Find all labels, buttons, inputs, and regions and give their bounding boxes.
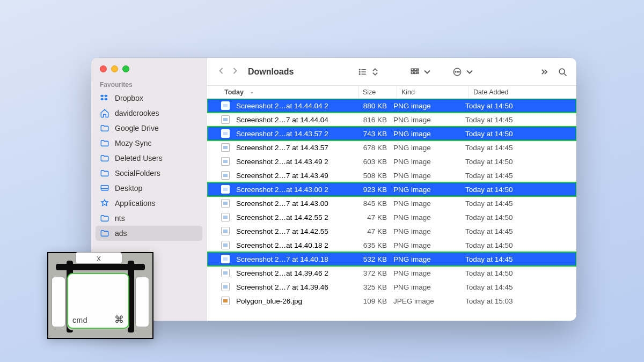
main-pane: Downloads Today⌄ Size [207, 58, 576, 321]
folder-icon [100, 168, 109, 178]
file-kind: PNG image [393, 213, 465, 221]
file-icon [221, 283, 230, 291]
action-menu[interactable] [452, 67, 475, 77]
svg-point-17 [459, 71, 460, 72]
file-kind: PNG image [393, 269, 465, 277]
svg-rect-11 [412, 72, 414, 73]
svg-point-6 [360, 73, 361, 75]
file-name: Screenshot 2…at 14.39.46 2 [236, 269, 328, 277]
sidebar-item-socialfolders[interactable]: SocialFolders [91, 166, 207, 181]
file-kind: PNG image [393, 283, 465, 291]
minimize-button[interactable] [111, 65, 118, 72]
file-icon [221, 213, 230, 221]
file-icon [221, 115, 230, 124]
file-row[interactable]: Screenshot 2…at 14.42.55 247 KBPNG image… [207, 210, 576, 224]
file-name: Polygon_blue-26.jpg [236, 297, 302, 305]
sidebar-item-label: Applications [115, 199, 156, 208]
file-date: Today at 14:45 [465, 116, 551, 124]
file-date: Today at 14:45 [465, 227, 551, 235]
file-icon [221, 297, 230, 305]
sidebar-item-nts[interactable]: nts [91, 211, 207, 226]
column-kind[interactable]: Kind [397, 86, 469, 98]
folder-icon [100, 123, 109, 133]
file-row[interactable]: Screenshot 2…at 14.43.49 2603 KBPNG imag… [207, 154, 576, 168]
column-size[interactable]: Size [358, 86, 397, 98]
file-size: 532 KB [358, 255, 393, 263]
file-icon [221, 143, 230, 152]
view-list-toggle[interactable] [357, 67, 380, 77]
sidebar-item-google-drive[interactable]: Google Drive [91, 121, 207, 136]
back-button[interactable] [216, 65, 226, 78]
close-button[interactable] [100, 65, 107, 72]
column-date-added[interactable]: Date Added [469, 86, 554, 98]
file-kind: PNG image [393, 116, 465, 124]
file-size: 603 KB [358, 158, 393, 166]
file-row[interactable]: Screenshot 2…7 at 14.44.04816 KBPNG imag… [207, 113, 576, 127]
file-name: Screenshot 2…7 at 14.39.46 [236, 283, 328, 291]
file-name: Screenshot 2…7 at 14.43.57 [236, 144, 328, 152]
sidebar-item-label: davidcrookes [115, 109, 159, 117]
column-name[interactable]: Today⌄ [221, 86, 358, 98]
file-row[interactable]: Screenshot 2…7 at 14.40.18532 KBPNG imag… [207, 252, 576, 266]
file-name: Screenshot 2…at 14.43.49 2 [236, 158, 328, 166]
toolbar: Downloads [207, 58, 576, 86]
file-row[interactable]: Screenshot 2…7 at 14.43.49508 KBPNG imag… [207, 168, 576, 182]
svg-point-2 [360, 69, 361, 70]
file-size: 743 KB [358, 130, 393, 138]
file-row[interactable]: Screenshot 2…at 14.43.00 2923 KBPNG imag… [207, 182, 576, 196]
sidebar-item-label: Dropbox [115, 94, 143, 102]
file-name: Screenshot 2…at 14.43.00 2 [236, 186, 328, 194]
file-kind: PNG image [393, 130, 465, 138]
key-above: X [75, 252, 122, 264]
key-right-partial [135, 277, 149, 327]
svg-rect-8 [412, 69, 414, 70]
folder-icon [100, 228, 109, 238]
file-kind: PNG image [393, 241, 465, 249]
sidebar-item-davidcrookes[interactable]: davidcrookes [91, 106, 207, 121]
file-date: Today at 14:50 [465, 213, 551, 221]
page-title: Downloads [248, 67, 294, 77]
file-row[interactable]: Screenshot 2…7 at 14.39.46325 KBPNG imag… [207, 280, 576, 294]
sidebar-item-ads[interactable]: ads [96, 226, 202, 241]
svg-point-18 [559, 69, 565, 74]
file-row[interactable]: Screenshot 2…at 14.39.46 2372 KBPNG imag… [207, 266, 576, 280]
svg-line-19 [564, 73, 566, 76]
file-size: 325 KB [358, 283, 393, 291]
sidebar-item-dropbox[interactable]: Dropbox [91, 91, 207, 106]
file-icon [221, 185, 230, 194]
file-name: Screenshot 2…7 at 14.43.00 [236, 200, 328, 208]
command-icon: ⌘ [114, 314, 124, 326]
sidebar-item-mozy-sync[interactable]: Mozy Sync [91, 136, 207, 151]
file-date: Today at 15:03 [465, 297, 551, 305]
file-kind: PNG image [393, 186, 465, 194]
file-date: Today at 14:50 [465, 102, 551, 110]
forward-button[interactable] [230, 65, 240, 78]
sidebar-item-applications[interactable]: Applications [91, 196, 207, 211]
sidebar-heading: Favourites [91, 81, 207, 91]
svg-rect-10 [418, 69, 419, 70]
file-name: Screenshot 2…7 at 14.43.49 [236, 172, 328, 180]
file-row[interactable]: Screenshot 2…7 at 14.43.00845 KBPNG imag… [207, 196, 576, 210]
keyboard-cmd-key-inset: X cmd ⌘ [47, 252, 153, 339]
overflow-button[interactable] [539, 67, 550, 77]
svg-point-4 [360, 71, 361, 72]
file-row[interactable]: Screenshot 2…7 at 14.42.5547 KBPNG image… [207, 224, 576, 238]
svg-rect-13 [418, 72, 419, 73]
sidebar-item-desktop[interactable]: Desktop [91, 181, 207, 196]
group-by-button[interactable] [409, 67, 433, 77]
file-row[interactable]: Screenshot 2…7 at 14.43.57678 KBPNG imag… [207, 141, 576, 154]
file-row[interactable]: Polygon_blue-26.jpg109 KBJPEG imageToday… [207, 294, 576, 308]
file-row[interactable]: Screenshot 2…at 14.44.04 2880 KBPNG imag… [207, 99, 576, 113]
svg-rect-0 [101, 186, 108, 190]
file-name: Screenshot 2…7 at 14.42.55 [236, 227, 328, 235]
file-kind: JPEG image [393, 297, 465, 305]
search-button[interactable] [557, 67, 568, 77]
file-icon [221, 269, 230, 277]
file-row[interactable]: Screenshot 2…at 14.40.18 2635 KBPNG imag… [207, 238, 576, 252]
fullscreen-button[interactable] [122, 65, 129, 72]
sort-indicator-icon: ⌄ [250, 90, 254, 94]
file-size: 635 KB [358, 241, 393, 249]
sidebar-item-deleted-users[interactable]: Deleted Users [91, 151, 207, 166]
file-name: Screenshot 2…at 14.43.57 2 [236, 130, 328, 138]
file-row[interactable]: Screenshot 2…at 14.43.57 2743 KBPNG imag… [207, 127, 576, 141]
